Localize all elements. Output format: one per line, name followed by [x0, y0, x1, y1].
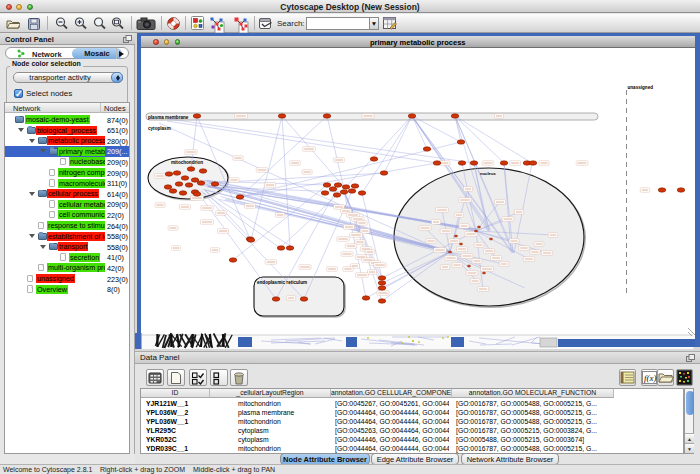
svg-text:f(x): f(x)	[644, 373, 657, 383]
